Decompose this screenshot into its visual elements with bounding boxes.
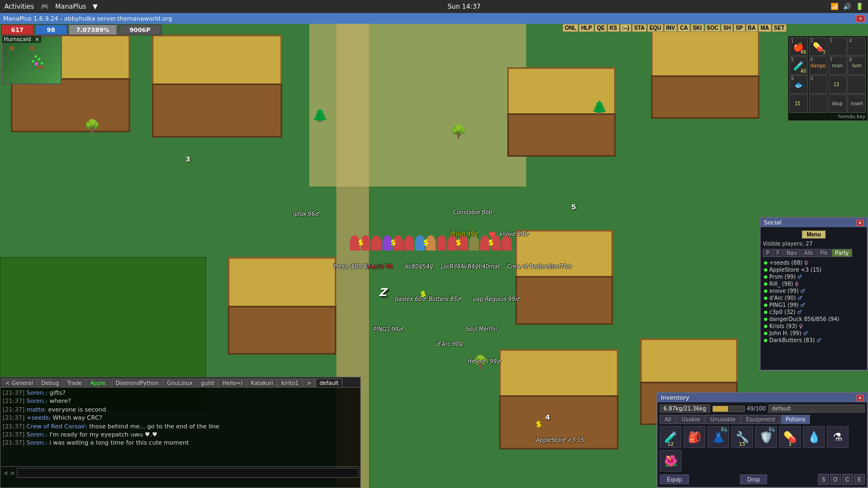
app-name-label[interactable]: ManaPlus	[55, 3, 86, 10]
shortcut-1[interactable]: 1 🍎 46	[789, 37, 808, 56]
menu-btn-soc[interactable]: SOC	[705, 24, 721, 32]
activities-label[interactable]: Activities	[4, 3, 34, 10]
minimap-close[interactable]: ×	[35, 36, 39, 42]
chat-tab-guild[interactable]: guild	[197, 378, 218, 387]
inv-item-6[interactable]: 💊 3	[779, 426, 801, 448]
menu-btn-sh[interactable]: SH	[721, 24, 733, 32]
chat-tab-[interactable]: >	[303, 378, 315, 387]
equip-button[interactable]: Equip	[660, 474, 689, 484]
social-tab-f[interactable]: F	[773, 249, 783, 257]
inv-item-1[interactable]: 🧪 12	[660, 426, 681, 448]
chat-tab-diamondpython[interactable]: DiamondPython	[112, 378, 163, 387]
social-player-entry[interactable]: ●John H. (99)♂	[763, 330, 865, 337]
social-player-entry[interactable]: ●Rill_ (98)♀	[763, 280, 865, 287]
shortcut-6[interactable]: 6 dange	[809, 56, 827, 75]
social-tab-atk[interactable]: Atk	[801, 249, 816, 257]
app-dropdown-icon[interactable]: ▼	[93, 3, 98, 10]
menu-btn-qe[interactable]: QE	[595, 24, 607, 32]
shortcut-0[interactable]: 0	[809, 75, 827, 94]
shortcut-bksp[interactable]: bksp	[828, 94, 847, 113]
social-player-entry[interactable]: ●DarkButters (83)♂	[763, 337, 865, 344]
inv-tab-all[interactable]: All	[660, 415, 676, 424]
inv-item-5[interactable]: 🛡️ Eq.	[755, 426, 777, 448]
inv-nav-o[interactable]: O	[830, 474, 841, 485]
inventory-close-button[interactable]: ×	[857, 395, 864, 401]
menu-btn-ks[interactable]: KS	[608, 24, 620, 32]
shortcut-11[interactable]: 13	[828, 75, 847, 94]
menu-btn-[interactable]: :--)	[620, 24, 631, 32]
inventory-body: 6.87kg/21.36kg 49/100 default All Usable…	[658, 402, 867, 487]
social-player-entry[interactable]: ●c3p0 (32)♂	[763, 309, 865, 316]
shortcut-3[interactable]: 3	[828, 37, 847, 56]
chat-tab-kirito1[interactable]: kirito1	[278, 378, 303, 387]
social-player-entry[interactable]: ●Prsm (99)♂	[763, 273, 865, 280]
volume-icon: 🔊	[843, 3, 851, 10]
inv-tab-equipment[interactable]: Equipment	[741, 415, 780, 424]
map-number-4: 4	[545, 413, 550, 421]
shortcut-insert[interactable]: insert	[847, 94, 866, 113]
inv-item-7[interactable]: 💧	[803, 426, 825, 448]
social-player-entry[interactable]: ●dangerDuck 856/856 (94)	[763, 316, 865, 323]
inventory-title: Inventory	[661, 394, 690, 401]
chat-tab-gnulinux[interactable]: GnuLinux	[163, 378, 196, 387]
social-player-entry[interactable]: ●Krists (93)♀	[763, 323, 865, 330]
chat-message: [21:37] Crew of Red Corsair: those behin…	[3, 422, 358, 431]
drop-button[interactable]: Drop	[740, 474, 767, 484]
social-player-entry[interactable]: ●d'Arc (90)♂	[763, 294, 865, 301]
chat-tab-katakuri[interactable]: Katakuri	[247, 378, 277, 387]
chat-message: [21:37] Soren.: where?	[3, 397, 358, 405]
chat-tab-hello[interactable]: Hello=)	[219, 378, 247, 387]
menu-btn-sp[interactable]: SP	[733, 24, 745, 32]
shortcut-2[interactable]: 2 💊 5	[809, 37, 827, 56]
game-close-button[interactable]: ×	[856, 15, 865, 22]
chat-tab-general[interactable]: < General	[2, 378, 37, 387]
inv-nav-e[interactable]: E	[854, 474, 865, 485]
shortcut-4[interactable]: 4	[847, 37, 866, 56]
shortcut-7[interactable]: 7 man	[828, 56, 847, 75]
inv-nav-s[interactable]: S	[818, 474, 829, 485]
menu-btn-inv[interactable]: INV	[664, 24, 678, 32]
menu-btn-ski[interactable]: SKI	[691, 24, 704, 32]
chat-messages: [21:37] Soren.: gifts?[21:37] Soren.: wh…	[1, 388, 360, 466]
menu-btn-ma[interactable]: MA	[758, 24, 771, 32]
shortcut-12[interactable]	[847, 75, 866, 94]
inv-item-2[interactable]: 🎒	[684, 426, 705, 448]
chat-tab-debug[interactable]: Debug	[37, 378, 63, 387]
menu-btn-onl[interactable]: ONL	[563, 24, 578, 32]
inv-nav-c[interactable]: C	[842, 474, 853, 485]
social-player-entry[interactable]: ●PING1 (99)♂	[763, 301, 865, 309]
social-tab-nav[interactable]: Nav	[783, 249, 801, 257]
social-close-button[interactable]: ×	[857, 220, 864, 226]
inv-item-8[interactable]: ⚗️	[827, 426, 848, 448]
chat-tab-default[interactable]: default	[316, 378, 342, 387]
social-player-entry[interactable]: ●+seeds (88)♀	[763, 259, 865, 266]
inv-item-3[interactable]: 👗 Eq.	[707, 426, 729, 448]
chat-message: [21:37] Soren.: I'm ready for my eyepatc…	[3, 431, 358, 439]
menu-btn-equ[interactable]: EQU	[647, 24, 663, 32]
chat-tab-trade[interactable]: Trade	[63, 378, 86, 387]
menu-btn-sta[interactable]: STA	[632, 24, 647, 32]
social-player-entry[interactable]: ●AppleStore <3 (15)	[763, 266, 865, 273]
social-player-entry[interactable]: ●xnove (99)♂	[763, 287, 865, 294]
shortcut-5[interactable]: 5 🧪 40	[789, 56, 808, 75]
inv-item-4[interactable]: 🔧 15	[731, 426, 753, 448]
shortcut-9[interactable]: 9 🐟	[789, 75, 808, 94]
inv-tab-usable[interactable]: Usable	[676, 415, 705, 424]
shortcut-14[interactable]	[809, 94, 827, 113]
chat-tab-apple[interactable]: Apple.	[86, 378, 111, 387]
chat-message: [21:37] Soren.: gifts?	[3, 389, 358, 397]
social-tab-p[interactable]: P	[763, 249, 773, 257]
shortcut-13[interactable]: 15	[789, 94, 808, 113]
menu-btn-set[interactable]: SET	[772, 24, 787, 32]
inv-tab-potions[interactable]: Potions	[781, 415, 810, 424]
social-menu-button[interactable]: Menu	[802, 230, 826, 239]
menu-btn-ca[interactable]: CA	[678, 24, 690, 32]
menu-btn-hlp[interactable]: HLP	[579, 24, 594, 32]
inv-item-9[interactable]: 🌺	[660, 450, 681, 472]
menu-btn-ba[interactable]: BA	[746, 24, 758, 32]
social-tab-pik[interactable]: Pik	[817, 249, 831, 257]
chat-input[interactable]	[17, 468, 359, 478]
social-tab-party[interactable]: Party	[832, 249, 852, 257]
shortcut-8[interactable]: 8 lum	[847, 56, 866, 75]
inv-tab-unusable[interactable]: Unusable	[705, 415, 741, 424]
